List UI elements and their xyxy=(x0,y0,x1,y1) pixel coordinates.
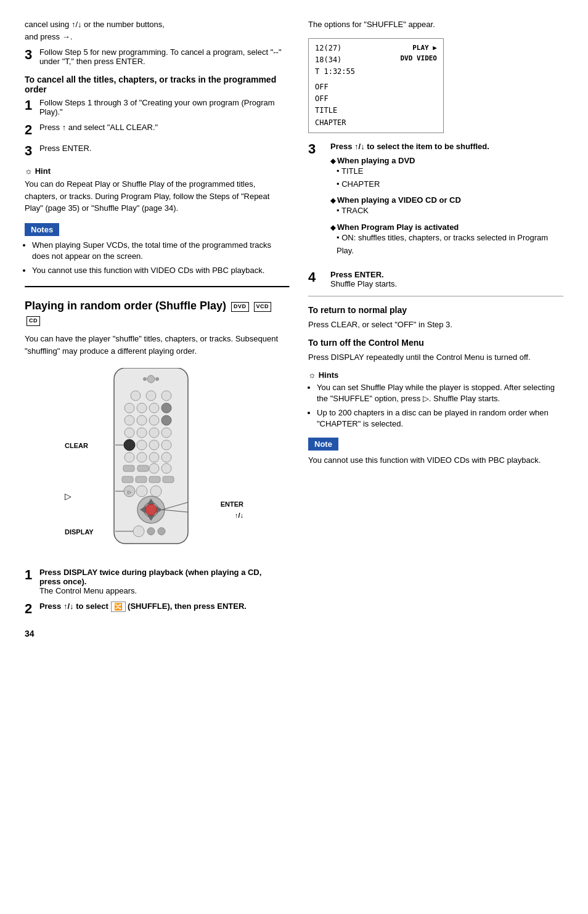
remote-diagram-area: CLEAR ▷ DISPLAY ENTER ↑/↓ xyxy=(25,368,290,559)
cancel-step2-text: Press ↑ and select "ALL CLEAR." xyxy=(39,123,158,132)
right-step4-content: Press ENTER. Shuffle Play starts. xyxy=(330,270,563,288)
left-column: cancel using ↑/↓ or the number buttons, … xyxy=(25,18,290,896)
svg-point-1 xyxy=(147,375,155,383)
svg-point-29 xyxy=(149,463,159,473)
right-note-header: Note xyxy=(308,438,338,451)
left-step1-bold: Press DISPLAY twice during playback (whe… xyxy=(39,568,262,586)
tv-row1: 12(27) 18(34) T 1:32:55 OFF OFF TITLE CH… xyxy=(315,43,437,129)
shuffle-section-title: Playing in random order (Shuffle Play) D… xyxy=(25,299,290,328)
tv-row2-val: 18(34) xyxy=(315,54,355,66)
tv-dvd-label: DVD VIDEO xyxy=(400,53,437,64)
clear-label: CLEAR xyxy=(65,442,88,449)
right-hint-icon: ☼ xyxy=(308,370,319,380)
program-bullet: When Program Play is activated ON: shuff… xyxy=(330,222,563,258)
right-step3-num: 3 xyxy=(308,142,325,157)
cancel-step2: 2 Press ↑ and select "ALL CLEAR." xyxy=(25,123,290,137)
left-step2: 2 Press ↑/↓ to select 🔀 (SHUFFLE), then … xyxy=(25,602,290,616)
shuffle-title-text: Playing in random order (Shuffle Play) xyxy=(25,300,226,312)
hint-block: ☼ Hint You can do Repeat Play or Shuffle… xyxy=(25,166,290,214)
display-label: DISPLAY xyxy=(65,528,94,536)
cancel-step3: 3 Press ENTER. xyxy=(25,144,290,158)
left-step1-num: 1 xyxy=(25,568,32,582)
two-column-layout: cancel using ↑/↓ or the number buttons, … xyxy=(25,18,563,896)
right-note-text: You cannot use this function with VIDEO … xyxy=(308,454,563,467)
svg-point-14 xyxy=(161,415,171,425)
notes-list: When playing Super VCDs, the total time … xyxy=(32,240,290,277)
enter-label: ENTER xyxy=(221,500,243,508)
cancel-step1-text: Follow Steps 1 through 3 of "Creating yo… xyxy=(39,98,275,116)
right-hint-item1: You can set Shuffle Play while the playe… xyxy=(317,382,563,404)
tv-screen: 12(27) 18(34) T 1:32:55 OFF OFF TITLE CH… xyxy=(308,38,444,133)
svg-point-24 xyxy=(137,452,147,462)
notes-box: Notes When playing Super VCDs, the total… xyxy=(25,223,290,277)
svg-rect-34 xyxy=(163,476,174,483)
svg-point-16 xyxy=(137,428,147,438)
tv-row5-val: OFF xyxy=(315,93,355,105)
right-note-box: Note You cannot use this function with V… xyxy=(308,438,563,467)
cancel-step3-text: Press ENTER. xyxy=(39,144,92,153)
right-column: The options for "SHUFFLE" appear. 12(27)… xyxy=(308,18,563,896)
remote-wrapper: CLEAR ▷ DISPLAY ENTER ↑/↓ xyxy=(65,368,250,559)
note-item-2: You cannot use this function with VIDEO … xyxy=(32,265,290,276)
vcd-item-track: TRACK xyxy=(337,205,563,218)
program-item-on: ON: shuffles titles, chapters, or tracks… xyxy=(337,232,563,258)
shuffle-intro: You can have the player "shuffle" titles… xyxy=(25,333,290,357)
svg-point-18 xyxy=(161,428,171,438)
cancel-step2-content: Press ↑ and select "ALL CLEAR." xyxy=(39,123,283,132)
control-menu-title: To turn off the Control Menu xyxy=(308,338,563,348)
dvd-bullet: When playing a DVD TITLE CHAPTER xyxy=(330,156,563,191)
svg-point-15 xyxy=(125,428,134,438)
left-step1: 1 Press DISPLAY twice during playback (w… xyxy=(25,568,290,595)
intro-text1: cancel using ↑/↓ or the number buttons, xyxy=(25,20,165,29)
note-item-1: When playing Super VCDs, the total time … xyxy=(32,240,290,262)
left-step2-bold: Press ↑/↓ to select 🔀 (SHUFFLE), then pr… xyxy=(39,602,247,611)
tv-col-left: 12(27) 18(34) T 1:32:55 OFF OFF TITLE CH… xyxy=(315,43,355,129)
cancel-step1-num: 1 xyxy=(25,98,32,113)
hint-icon: ☼ xyxy=(25,166,35,176)
intro-text2: and press →. xyxy=(25,32,72,41)
dvd-badge: DVD xyxy=(231,302,249,312)
tv-row6-val: TITLE xyxy=(315,105,355,116)
right-hint-item2: Up to 200 chapters in a disc can be play… xyxy=(317,407,563,430)
step-3-block: 3 Follow Step 5 for new programming. To … xyxy=(25,47,290,66)
svg-point-21 xyxy=(149,440,159,450)
svg-point-20 xyxy=(137,440,147,450)
notes-header: Notes xyxy=(25,223,59,236)
svg-point-46 xyxy=(133,526,144,537)
svg-rect-32 xyxy=(136,476,147,483)
left-step2-num: 2 xyxy=(25,602,32,616)
tv-row1-val: 12(27) xyxy=(315,43,355,54)
vcd-header: When playing a VIDEO CD or CD xyxy=(330,195,563,205)
program-items: ON: shuffles titles, chapters, or tracks… xyxy=(337,232,563,258)
divider1 xyxy=(308,296,563,296)
tv-row3-val: T 1:32:55 xyxy=(315,66,355,78)
svg-point-19 xyxy=(124,439,135,451)
svg-point-8 xyxy=(137,403,147,413)
tv-col-right: PLAY ▶ DVD VIDEO xyxy=(400,43,437,129)
svg-point-2 xyxy=(143,377,147,381)
svg-rect-27 xyxy=(123,465,134,471)
cancel-step1: 1 Follow Steps 1 through 3 of "Creating … xyxy=(25,98,290,116)
step3-number: 3 xyxy=(25,47,32,62)
play-label: ▷ xyxy=(65,491,71,501)
right-step3-bold: Press ↑/↓ to select the item to be shuff… xyxy=(330,142,489,151)
tv-play-label: PLAY ▶ xyxy=(400,43,437,54)
normal-play-text: Press CLEAR, or select "OFF" in Step 3. xyxy=(308,319,563,331)
hint-text: You can do Repeat Play or Shuffle Play o… xyxy=(25,178,290,214)
cancel-step3-content: Press ENTER. xyxy=(39,144,283,153)
svg-rect-31 xyxy=(122,476,133,483)
cd-badge: CD xyxy=(27,316,40,326)
vcd-items: TRACK xyxy=(337,205,563,218)
svg-point-38 xyxy=(150,486,161,497)
svg-point-37 xyxy=(136,486,147,497)
right-step3: 3 Press ↑/↓ to select the item to be shu… xyxy=(308,142,563,263)
page: cancel using ↑/↓ or the number buttons, … xyxy=(0,0,588,914)
dvd-header: When playing a DVD xyxy=(330,156,563,165)
dvd-items: TITLE CHAPTER xyxy=(337,165,563,191)
svg-point-3 xyxy=(155,377,159,381)
cancel-section-title: To cancel all the titles, chapters, or t… xyxy=(25,75,290,94)
svg-point-30 xyxy=(161,463,171,473)
svg-point-5 xyxy=(146,391,156,401)
right-hints-block: ☼ Hints You can set Shuffle Play while t… xyxy=(308,370,563,430)
svg-point-17 xyxy=(149,428,159,438)
